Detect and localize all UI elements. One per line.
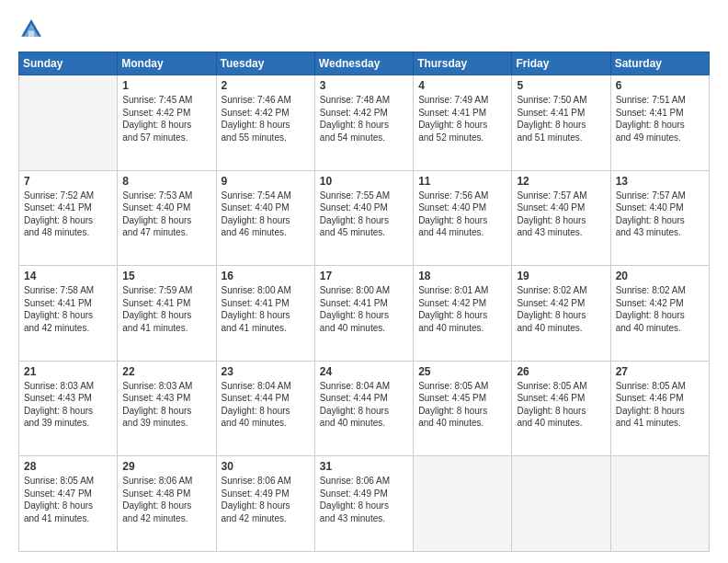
day-number: 2 xyxy=(222,79,310,92)
daylight-line1: Daylight: 8 hours xyxy=(418,309,506,322)
day-number: 25 xyxy=(418,365,506,378)
sunset-line: Sunset: 4:40 PM xyxy=(616,201,704,214)
sunrise-line: Sunrise: 8:06 AM xyxy=(122,475,210,488)
calendar-cell: 8Sunrise: 7:53 AMSunset: 4:40 PMDaylight… xyxy=(118,170,216,266)
day-number: 14 xyxy=(24,270,112,282)
sunset-line: Sunset: 4:41 PM xyxy=(320,297,408,310)
daylight-line1: Daylight: 8 hours xyxy=(320,214,408,227)
calendar-cell: 31Sunrise: 8:06 AMSunset: 4:49 PMDayligh… xyxy=(314,456,413,552)
day-number: 12 xyxy=(517,175,605,188)
sunrise-line: Sunrise: 8:03 AM xyxy=(122,380,210,393)
svg-rect-2 xyxy=(28,31,34,37)
logo xyxy=(18,17,48,42)
day-number: 7 xyxy=(24,175,112,188)
day-number: 24 xyxy=(320,365,408,378)
day-number: 3 xyxy=(320,79,408,92)
calendar-cell: 11Sunrise: 7:56 AMSunset: 4:40 PMDayligh… xyxy=(414,170,512,266)
sunrise-line: Sunrise: 8:05 AM xyxy=(517,380,605,393)
sunset-line: Sunset: 4:43 PM xyxy=(122,392,210,405)
calendar-cell: 12Sunrise: 7:57 AMSunset: 4:40 PMDayligh… xyxy=(512,170,610,266)
sunset-line: Sunset: 4:41 PM xyxy=(24,297,112,310)
daylight-line2: and 40 minutes. xyxy=(616,322,704,335)
daylight-line2: and 43 minutes. xyxy=(320,512,408,525)
day-number: 23 xyxy=(222,365,310,378)
daylight-line1: Daylight: 8 hours xyxy=(222,500,310,512)
calendar-cell: 17Sunrise: 8:00 AMSunset: 4:41 PMDayligh… xyxy=(314,266,413,362)
day-number: 11 xyxy=(418,175,506,188)
daylight-line2: and 42 minutes. xyxy=(222,512,310,525)
sunset-line: Sunset: 4:40 PM xyxy=(222,201,310,214)
sunrise-line: Sunrise: 7:58 AM xyxy=(24,284,112,297)
sunrise-line: Sunrise: 7:55 AM xyxy=(320,190,408,202)
daylight-line2: and 42 minutes. xyxy=(24,322,112,335)
daylight-line2: and 41 minutes. xyxy=(616,417,704,430)
sunrise-line: Sunrise: 8:06 AM xyxy=(222,475,310,488)
sunset-line: Sunset: 4:43 PM xyxy=(24,392,112,405)
calendar-cell: 28Sunrise: 8:05 AMSunset: 4:47 PMDayligh… xyxy=(19,456,118,552)
day-number: 5 xyxy=(517,79,605,92)
day-number: 16 xyxy=(222,270,310,282)
daylight-line1: Daylight: 8 hours xyxy=(320,500,408,512)
daylight-line1: Daylight: 8 hours xyxy=(517,214,605,227)
calendar-cell: 21Sunrise: 8:03 AMSunset: 4:43 PMDayligh… xyxy=(19,361,118,456)
daylight-line1: Daylight: 8 hours xyxy=(24,500,112,512)
sunrise-line: Sunrise: 7:46 AM xyxy=(222,94,310,107)
sunset-line: Sunset: 4:41 PM xyxy=(222,297,310,310)
calendar-cell: 18Sunrise: 8:01 AMSunset: 4:42 PMDayligh… xyxy=(414,266,512,362)
daylight-line2: and 43 minutes. xyxy=(616,226,704,239)
sunrise-line: Sunrise: 8:00 AM xyxy=(222,284,310,297)
sunset-line: Sunset: 4:42 PM xyxy=(222,107,310,120)
sunrise-line: Sunrise: 7:52 AM xyxy=(24,190,112,202)
daylight-line2: and 51 minutes. xyxy=(517,132,605,144)
sunrise-line: Sunrise: 8:01 AM xyxy=(418,284,506,297)
day-number: 17 xyxy=(320,270,408,282)
calendar-cell xyxy=(19,75,118,171)
sunset-line: Sunset: 4:42 PM xyxy=(616,297,704,310)
day-number: 9 xyxy=(222,175,310,188)
daylight-line2: and 40 minutes. xyxy=(517,322,605,335)
sunrise-line: Sunrise: 7:57 AM xyxy=(616,190,704,202)
calendar-cell: 1Sunrise: 7:45 AMSunset: 4:42 PMDaylight… xyxy=(118,75,216,171)
day-header-saturday: Saturday xyxy=(610,52,709,75)
calendar-header-row: SundayMondayTuesdayWednesdayThursdayFrid… xyxy=(19,52,710,75)
daylight-line1: Daylight: 8 hours xyxy=(222,214,310,227)
daylight-line1: Daylight: 8 hours xyxy=(320,119,408,132)
sunset-line: Sunset: 4:41 PM xyxy=(616,107,704,120)
sunset-line: Sunset: 4:49 PM xyxy=(320,488,408,500)
sunrise-line: Sunrise: 7:45 AM xyxy=(122,94,210,107)
daylight-line2: and 41 minutes. xyxy=(24,512,112,525)
daylight-line2: and 41 minutes. xyxy=(222,322,310,335)
daylight-line2: and 54 minutes. xyxy=(320,132,408,144)
sunset-line: Sunset: 4:41 PM xyxy=(24,201,112,214)
daylight-line1: Daylight: 8 hours xyxy=(122,500,210,512)
calendar-cell: 13Sunrise: 7:57 AMSunset: 4:40 PMDayligh… xyxy=(610,170,709,266)
day-header-sunday: Sunday xyxy=(19,52,118,75)
sunset-line: Sunset: 4:45 PM xyxy=(418,392,506,405)
day-number: 8 xyxy=(122,175,210,188)
sunrise-line: Sunrise: 7:49 AM xyxy=(418,94,506,107)
sunset-line: Sunset: 4:49 PM xyxy=(222,488,310,500)
daylight-line2: and 46 minutes. xyxy=(222,226,310,239)
daylight-line2: and 55 minutes. xyxy=(222,132,310,144)
daylight-line1: Daylight: 8 hours xyxy=(24,405,112,418)
day-number: 26 xyxy=(517,365,605,378)
daylight-line1: Daylight: 8 hours xyxy=(24,214,112,227)
daylight-line2: and 40 minutes. xyxy=(222,417,310,430)
calendar-cell xyxy=(610,456,709,552)
daylight-line2: and 52 minutes. xyxy=(418,132,506,144)
daylight-line2: and 43 minutes. xyxy=(517,226,605,239)
sunrise-line: Sunrise: 8:06 AM xyxy=(320,475,408,488)
day-number: 18 xyxy=(418,270,506,282)
sunrise-line: Sunrise: 8:03 AM xyxy=(24,380,112,393)
calendar-cell: 23Sunrise: 8:04 AMSunset: 4:44 PMDayligh… xyxy=(216,361,314,456)
daylight-line1: Daylight: 8 hours xyxy=(24,309,112,322)
day-header-monday: Monday xyxy=(118,52,216,75)
day-number: 13 xyxy=(616,175,704,188)
daylight-line2: and 41 minutes. xyxy=(122,322,210,335)
sunrise-line: Sunrise: 7:53 AM xyxy=(122,190,210,202)
daylight-line2: and 57 minutes. xyxy=(122,132,210,144)
week-row-4: 28Sunrise: 8:05 AMSunset: 4:47 PMDayligh… xyxy=(19,456,710,552)
week-row-2: 14Sunrise: 7:58 AMSunset: 4:41 PMDayligh… xyxy=(19,266,710,362)
daylight-line2: and 39 minutes. xyxy=(24,417,112,430)
daylight-line2: and 40 minutes. xyxy=(418,322,506,335)
